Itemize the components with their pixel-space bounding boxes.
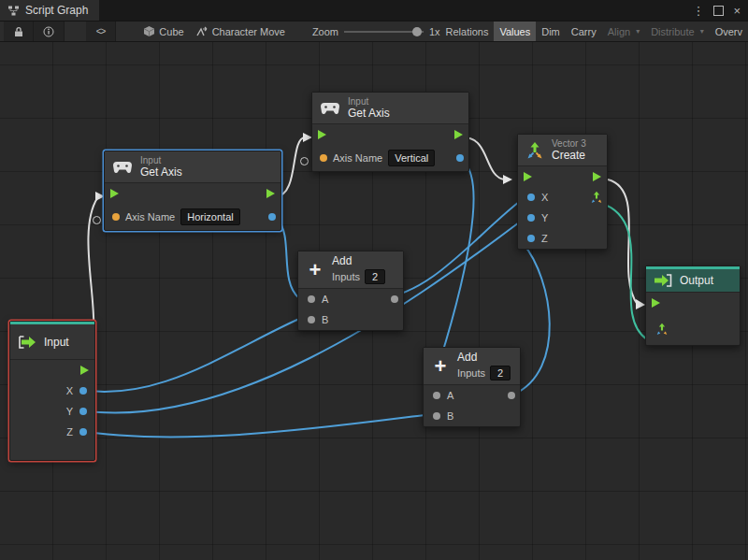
vector3-icon — [525, 141, 544, 160]
zoom-slider-knob[interactable] — [412, 27, 422, 36]
x-out-port[interactable] — [79, 387, 87, 395]
tab-script-graph[interactable]: Script Graph — [0, 0, 99, 21]
character-move-breadcrumb[interactable]: Character Move — [190, 22, 291, 41]
input-a-port[interactable] — [308, 295, 315, 303]
port-label: X — [541, 192, 548, 203]
relations-toggle[interactable]: Relations — [440, 22, 495, 41]
node-vector3-create[interactable]: Vector 3 Create X Y — [517, 134, 608, 250]
value-out-port[interactable] — [456, 154, 464, 162]
port-label: Y — [541, 212, 548, 223]
input-icon — [18, 336, 36, 349]
node-header: + Add Inputs 2 — [298, 251, 403, 289]
z-port[interactable] — [527, 235, 535, 242]
inputs-label: Inputs — [457, 367, 485, 379]
z-out-port[interactable] — [79, 428, 87, 436]
vector3-out-port[interactable] — [590, 191, 603, 204]
character-move-icon — [195, 26, 209, 37]
flow-in-port[interactable] — [318, 130, 326, 139]
y-out-port[interactable] — [79, 408, 87, 415]
node-title: Input — [44, 336, 69, 349]
node-title: Create — [552, 150, 586, 163]
unconnected-port[interactable] — [93, 216, 101, 224]
flow-arrowhead — [503, 175, 512, 184]
port-label: B — [447, 410, 453, 422]
flow-out-port[interactable] — [454, 130, 463, 139]
node-category: Input — [140, 155, 182, 166]
x-port[interactable] — [527, 194, 535, 201]
port-label: A — [322, 294, 328, 305]
tab-strip-empty — [99, 0, 692, 21]
node-input[interactable]: Input X Y Z — [9, 321, 95, 461]
gamepad-icon — [320, 102, 340, 115]
inputs-count-field[interactable]: 2 — [365, 269, 385, 284]
add-icon: + — [306, 260, 324, 280]
flow-arrowhead — [636, 299, 645, 309]
info-button[interactable] — [34, 22, 64, 41]
node-header: Output — [646, 269, 740, 293]
sum-out-port[interactable] — [391, 295, 398, 303]
port-label: Z — [541, 233, 548, 244]
axis-name-port[interactable] — [112, 213, 120, 221]
cube-icon — [143, 25, 155, 37]
node-header: Input — [10, 324, 94, 360]
dim-toggle[interactable]: Dim — [536, 22, 566, 41]
unconnected-port[interactable] — [300, 157, 309, 165]
graph-canvas[interactable]: Input Get Axis Axis Name Vertical — [0, 42, 748, 560]
axis-name-field[interactable]: Vertical — [388, 150, 435, 166]
axis-name-field[interactable]: Horizontal — [180, 208, 240, 225]
input-b-port[interactable] — [433, 412, 440, 420]
carry-toggle[interactable]: Carry — [566, 22, 602, 41]
y-port[interactable] — [527, 214, 535, 222]
lock-button[interactable] — [4, 22, 34, 41]
input-b-port[interactable] — [308, 316, 315, 323]
output-icon — [654, 274, 672, 287]
code-view-button[interactable]: <> — [86, 22, 116, 41]
chevron-down-icon: ▾ — [636, 27, 640, 36]
distribute-dropdown[interactable]: Distribute ▾ — [645, 22, 709, 41]
node-add-1[interactable]: + Add Inputs 2 A B — [297, 251, 404, 331]
axis-name-port[interactable] — [320, 154, 327, 162]
graph-toolbar: <> Cube Character Move Zoom 1x Relations — [0, 22, 748, 42]
node-add-2[interactable]: + Add Inputs 2 A B — [423, 347, 521, 427]
zoom-label: Zoom — [312, 26, 338, 37]
align-dropdown[interactable]: Align ▾ — [602, 22, 645, 41]
lock-icon — [14, 26, 23, 37]
input-a-port[interactable] — [433, 392, 440, 399]
inputs-label: Inputs — [332, 271, 360, 282]
maximize-icon[interactable] — [713, 6, 724, 16]
chevron-down-icon: ▾ — [700, 27, 704, 36]
flow-out-port[interactable] — [593, 172, 601, 181]
overview-button[interactable]: Overv — [710, 22, 748, 41]
flow-in-port[interactable] — [524, 172, 532, 181]
node-get-axis-horizontal[interactable]: Input Get Axis Axis Name Horizontal — [104, 151, 281, 231]
value-out-port[interactable] — [268, 213, 276, 221]
values-toggle[interactable]: Values — [494, 22, 536, 41]
node-title: Output — [680, 274, 713, 287]
param-label: Axis Name — [125, 211, 175, 223]
close-icon[interactable]: × — [733, 5, 741, 17]
script-graph-window: Script Graph ⋮ × <> — [0, 0, 748, 560]
value-edge-input-z-to-add2-b — [75, 415, 424, 437]
node-title: Get Axis — [140, 166, 182, 179]
tab-title: Script Graph — [25, 4, 88, 17]
flow-out-port[interactable] — [266, 189, 275, 198]
node-category: Input — [348, 96, 390, 108]
flow-out-port[interactable] — [80, 366, 89, 375]
cube-breadcrumb[interactable]: Cube — [137, 22, 189, 41]
add-icon: + — [431, 356, 450, 377]
inputs-count-field[interactable]: 2 — [490, 366, 511, 381]
zoom-value: 1x — [429, 26, 440, 37]
window-menu-icon[interactable]: ⋮ — [692, 5, 704, 17]
window-controls: ⋮ × — [692, 0, 748, 21]
node-title: Add — [457, 352, 511, 364]
flow-in-port[interactable] — [652, 298, 660, 308]
sum-out-port[interactable] — [508, 392, 515, 399]
port-label: B — [322, 314, 328, 325]
node-get-axis-vertical[interactable]: Input Get Axis Axis Name Vertical — [311, 92, 469, 172]
vector3-in-port[interactable] — [655, 323, 669, 336]
character-move-label: Character Move — [212, 26, 285, 37]
node-header: Input Get Axis — [105, 151, 280, 183]
flow-in-port[interactable] — [110, 189, 119, 198]
zoom-slider[interactable] — [344, 31, 424, 33]
node-output[interactable]: Output — [645, 266, 741, 346]
